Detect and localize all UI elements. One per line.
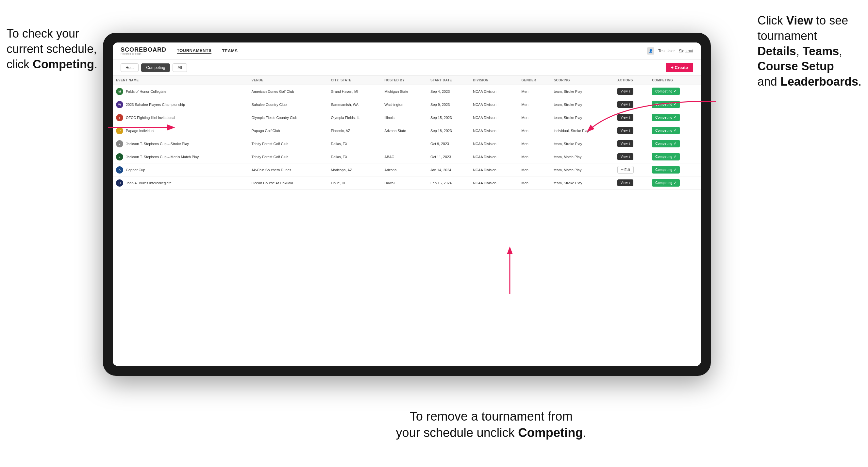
tab-home[interactable]: Ho... (121, 63, 138, 72)
view-button[interactable]: View ℹ (617, 140, 633, 147)
city-state-cell: Olympia Fields, IL (328, 111, 381, 124)
event-name-cell: W 2023 Sahalee Players Championship (113, 98, 248, 111)
competing-button[interactable]: Competing ✓ (652, 140, 680, 147)
hosted-by-cell: ABAC (381, 150, 427, 163)
actions-cell[interactable]: ✏ Edit (614, 163, 649, 177)
table-row: M Folds of Honor Collegiate American Dun… (113, 85, 701, 98)
annotation-tl-text: To check yourcurrent schedule,click Comp… (6, 27, 97, 71)
gender-cell: Men (518, 85, 551, 98)
info-icon: ℹ (629, 116, 630, 119)
col-start-date: START DATE (427, 76, 470, 85)
division-cell: NCAA Division I (470, 124, 518, 137)
actions-cell[interactable]: View ℹ (614, 98, 649, 111)
checkmark-icon: ✓ (674, 102, 677, 106)
hosted-by-cell: Arizona (381, 163, 427, 177)
start-date-cell: Sep 15, 2023 (427, 111, 470, 124)
event-name-cell: A Copper Cup (113, 163, 248, 177)
user-label: Test User (658, 49, 675, 53)
view-button[interactable]: View ℹ (617, 114, 633, 121)
actions-cell[interactable]: View ℹ (614, 177, 649, 190)
actions-cell[interactable]: View ℹ (614, 111, 649, 124)
city-state-cell: Dallas, TX (328, 137, 381, 150)
team-logo: H (116, 179, 123, 187)
division-cell: NCAA Division I (470, 111, 518, 124)
event-name-text: 2023 Sahalee Players Championship (126, 103, 185, 106)
city-state-cell: Dallas, TX (328, 150, 381, 163)
toolbar: Ho... Competing All + Create (113, 60, 701, 76)
competing-button[interactable]: Competing ✓ (652, 166, 680, 174)
view-button[interactable]: View ℹ (617, 88, 633, 95)
gender-cell: Men (518, 163, 551, 177)
city-state-cell: Grand Haven, MI (328, 85, 381, 98)
competing-cell[interactable]: Competing ✓ (649, 85, 701, 98)
start-date-cell: Sep 9, 2023 (427, 98, 470, 111)
competing-cell[interactable]: Competing ✓ (649, 150, 701, 163)
annotation-bot-text: To remove a tournament fromyour schedule… (396, 409, 586, 439)
team-logo: J (116, 140, 123, 147)
competing-button[interactable]: Competing ✓ (652, 127, 680, 134)
event-name-text: Copper Cup (126, 168, 145, 172)
info-icon: ℹ (629, 129, 630, 132)
division-cell: NCAA Division I (470, 98, 518, 111)
user-icon: 👤 (647, 48, 654, 55)
gender-cell: Men (518, 150, 551, 163)
info-icon: ℹ (629, 181, 630, 185)
col-division: DIVISION (470, 76, 518, 85)
division-cell: NCAA Division I (470, 85, 518, 98)
competing-cell[interactable]: Competing ✓ (649, 98, 701, 111)
gender-cell: Men (518, 177, 551, 190)
competing-cell[interactable]: Competing ✓ (649, 111, 701, 124)
annotation-top-left: To check yourcurrent schedule,click Comp… (6, 26, 97, 72)
col-city-state: CITY, STATE (328, 76, 381, 85)
tab-all[interactable]: All (173, 63, 187, 72)
info-icon: ℹ (629, 155, 630, 158)
checkmark-icon: ✓ (674, 115, 677, 120)
event-name-cell: J Jackson T. Stephens Cup – Men's Match … (113, 150, 248, 163)
logo-sub-text: Powered by clippt (121, 53, 166, 55)
edit-button[interactable]: ✏ Edit (617, 166, 634, 174)
actions-cell[interactable]: View ℹ (614, 150, 649, 163)
competing-button[interactable]: Competing ✓ (652, 101, 680, 108)
city-state-cell: Maricopa, AZ (328, 163, 381, 177)
col-scoring: SCORING (550, 76, 614, 85)
gender-cell: Men (518, 111, 551, 124)
venue-cell: Sahalee Country Club (248, 98, 328, 111)
scoreboard-logo: SCOREBOARD Powered by clippt (121, 47, 166, 55)
view-button[interactable]: View ℹ (617, 127, 633, 134)
col-actions: ACTIONS (614, 76, 649, 85)
competing-button[interactable]: Competing ✓ (652, 114, 680, 121)
nav-teams[interactable]: TEAMS (222, 49, 238, 53)
venue-cell: Ak-Chin Southern Dunes (248, 163, 328, 177)
col-competing: COMPETING (649, 76, 701, 85)
tablet-screen: SCOREBOARD Powered by clippt TOURNAMENTS… (113, 42, 701, 366)
nav-tournaments[interactable]: TOURNAMENTS (177, 48, 212, 54)
competing-cell[interactable]: Competing ✓ (649, 177, 701, 190)
annotation-top-right: Click View to seetournamentDetails, Team… (757, 13, 862, 90)
table-row: A Copper Cup Ak-Chin Southern DunesMaric… (113, 163, 701, 177)
tab-competing[interactable]: Competing (141, 63, 170, 72)
view-button[interactable]: View ℹ (617, 179, 633, 186)
scoring-cell: team, Stroke Play (550, 111, 614, 124)
competing-cell[interactable]: Competing ✓ (649, 124, 701, 137)
actions-cell[interactable]: View ℹ (614, 85, 649, 98)
actions-cell[interactable]: View ℹ (614, 137, 649, 150)
table-row: H John A. Burns Intercollegiate Ocean Co… (113, 177, 701, 190)
start-date-cell: Oct 9, 2023 (427, 137, 470, 150)
start-date-cell: Oct 11, 2023 (427, 150, 470, 163)
city-state-cell: Lihue, HI (328, 177, 381, 190)
checkmark-icon: ✓ (674, 168, 677, 172)
checkmark-icon: ✓ (674, 142, 677, 146)
competing-cell[interactable]: Competing ✓ (649, 137, 701, 150)
competing-button[interactable]: Competing ✓ (652, 179, 680, 187)
competing-cell[interactable]: Competing ✓ (649, 163, 701, 177)
competing-button[interactable]: Competing ✓ (652, 153, 680, 160)
view-button[interactable]: View ℹ (617, 153, 633, 160)
create-button[interactable]: + Create (666, 63, 693, 72)
view-button[interactable]: View ℹ (617, 101, 633, 108)
hosted-by-cell: Michigan State (381, 85, 427, 98)
sign-out-link[interactable]: Sign out (679, 49, 693, 53)
competing-button[interactable]: Competing ✓ (652, 88, 680, 95)
info-icon: ℹ (629, 103, 630, 106)
actions-cell[interactable]: View ℹ (614, 124, 649, 137)
checkmark-icon: ✓ (674, 181, 677, 185)
